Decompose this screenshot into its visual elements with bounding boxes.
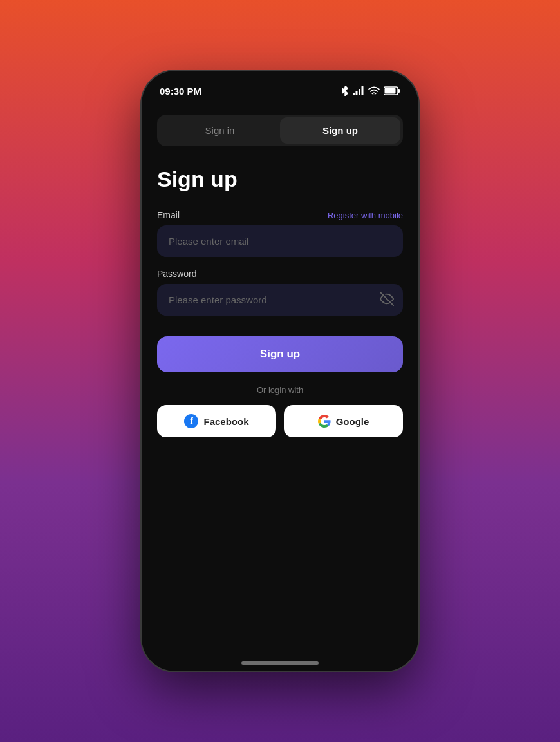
google-login-button[interactable]: Google — [284, 405, 403, 437]
tab-signup[interactable]: Sign up — [280, 117, 400, 144]
signal-icon — [353, 86, 364, 95]
svg-rect-7 — [385, 88, 396, 94]
password-form-group: Password — [157, 269, 403, 316]
status-bar: 09:30 PM — [142, 71, 418, 102]
email-label: Email — [157, 210, 180, 220]
email-form-header: Email Register with mobile — [157, 210, 403, 220]
password-label: Password — [157, 269, 196, 279]
tab-switcher: Sign in Sign up — [157, 115, 403, 146]
facebook-login-button[interactable]: Facebook — [157, 405, 276, 437]
google-icon — [318, 415, 331, 428]
password-input-wrapper — [157, 284, 403, 316]
email-input[interactable] — [157, 225, 403, 257]
facebook-button-label: Facebook — [203, 416, 248, 427]
wifi-icon — [368, 86, 380, 95]
page-title: Sign up — [157, 167, 403, 192]
phone-content: Sign in Sign up Sign up Email Register w… — [142, 102, 418, 671]
home-indicator — [241, 661, 319, 665]
bluetooth-icon — [341, 86, 349, 96]
phone-frame: 09:30 PM — [142, 71, 418, 671]
email-form-group: Email Register with mobile — [157, 210, 403, 257]
password-form-header: Password — [157, 269, 403, 279]
password-input[interactable] — [157, 284, 403, 316]
svg-rect-1 — [356, 91, 358, 95]
eye-slash-icon[interactable] — [380, 292, 394, 309]
facebook-icon — [184, 414, 198, 428]
svg-point-4 — [373, 95, 375, 95]
signup-button[interactable]: Sign up — [157, 336, 403, 372]
google-button-label: Google — [336, 416, 369, 427]
svg-rect-6 — [398, 89, 400, 93]
status-icons — [341, 86, 400, 96]
social-buttons-container: Facebook Google — [157, 405, 403, 437]
email-input-wrapper — [157, 225, 403, 257]
battery-icon — [384, 86, 400, 95]
status-time: 09:30 PM — [160, 86, 201, 97]
svg-rect-3 — [362, 86, 364, 95]
svg-rect-2 — [359, 89, 360, 95]
register-with-mobile-link[interactable]: Register with mobile — [328, 211, 403, 220]
svg-rect-0 — [353, 93, 355, 95]
tab-signin[interactable]: Sign in — [160, 117, 280, 144]
or-login-text: Or login with — [157, 385, 403, 395]
